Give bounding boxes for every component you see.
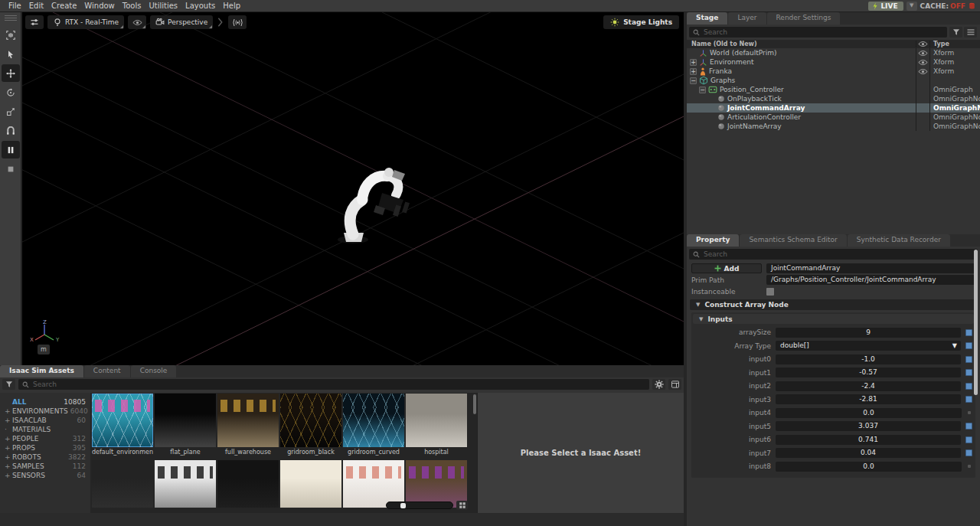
menu-utilities[interactable]: Utilities: [145, 1, 181, 11]
asset-thumb-row2-3[interactable]: [217, 460, 279, 508]
axis-gizmo[interactable]: Z X Y m: [28, 319, 62, 354]
stage-search-input[interactable]: Search: [689, 27, 947, 38]
category-expander[interactable]: +: [5, 453, 10, 461]
property-search-input[interactable]: Search: [689, 249, 978, 260]
stage-row-position-controller[interactable]: −Position_ControllerOmniGraph: [687, 85, 980, 94]
menu-file[interactable]: File: [5, 1, 25, 11]
field-input[interactable]: 9: [776, 328, 961, 338]
live-button[interactable]: LIVE: [868, 2, 903, 11]
renderer-button[interactable]: RTX - Real-Time: [47, 15, 124, 29]
field-input[interactable]: 0.741: [776, 435, 961, 445]
asset-thumb-row2-4[interactable]: [280, 460, 341, 508]
add-property-button[interactable]: Add: [691, 263, 762, 273]
stage-row-onplaybacktick[interactable]: +OnPlaybackTickOmniGraphNode: [687, 94, 980, 103]
category-expander[interactable]: +: [5, 462, 10, 470]
assets-search-input[interactable]: Search: [18, 379, 649, 390]
field-input[interactable]: 0.0: [776, 408, 962, 418]
stage-column-header[interactable]: Name (Old to New) Type: [687, 40, 980, 48]
expander-icon[interactable]: +: [690, 68, 697, 75]
thumbnail-size-slider[interactable]: [386, 501, 453, 509]
attribute-default-badge[interactable]: [968, 465, 971, 468]
stage-row-articulationcontroller[interactable]: +ArticulationControllerOmniGraphNode: [687, 113, 980, 122]
attribute-connected-badge[interactable]: [965, 449, 972, 456]
instanceable-checkbox[interactable]: [766, 288, 774, 296]
viewport-settings-button[interactable]: [25, 15, 44, 29]
expander-icon[interactable]: −: [699, 87, 706, 93]
attribute-connected-badge[interactable]: [965, 396, 972, 403]
menu-window[interactable]: Window: [80, 1, 118, 11]
assets-tab-isaac-sim-assets[interactable]: Isaac Sim Assets: [0, 365, 83, 377]
category-expander[interactable]: +: [5, 407, 10, 415]
category-environments[interactable]: +ENVIRONMENTS6040: [5, 407, 86, 416]
stage-tab-render-settings[interactable]: Render Settings: [767, 12, 841, 25]
category-materials[interactable]: ·MATERIALS: [5, 425, 86, 434]
prim-name-field[interactable]: JointCommandArray: [766, 263, 975, 273]
asset-thumb-full_warehouse[interactable]: full_warehouse: [217, 394, 279, 458]
field-input[interactable]: 0.0: [776, 462, 962, 472]
attribute-connected-badge[interactable]: [965, 383, 972, 390]
toolbar-grip[interactable]: [5, 12, 17, 25]
stage-tab-stage[interactable]: Stage: [687, 12, 727, 25]
move-tool-button[interactable]: [2, 64, 20, 82]
stop-tool-button[interactable]: [2, 160, 20, 178]
property-scrollbar[interactable]: [974, 250, 978, 395]
section-inputs[interactable]: ▼ Inputs: [693, 314, 974, 324]
visibility-button[interactable]: [128, 15, 146, 29]
menu-create[interactable]: Create: [47, 1, 80, 11]
menu-help[interactable]: Help: [219, 1, 244, 11]
column-type[interactable]: Type: [929, 41, 980, 47]
assets-tab-content[interactable]: Content: [84, 365, 130, 377]
scale-tool-button[interactable]: [2, 103, 20, 120]
stage-tab-layer[interactable]: Layer: [728, 12, 766, 25]
field-input[interactable]: 0.04: [776, 448, 961, 458]
assets-layout-button[interactable]: [668, 379, 681, 390]
asset-thumb-row2-2[interactable]: [155, 460, 216, 508]
visibility-toggle[interactable]: [916, 48, 929, 57]
menu-layouts[interactable]: Layouts: [181, 1, 219, 11]
expander-icon[interactable]: +: [690, 59, 697, 66]
assets-filter-button[interactable]: [2, 379, 15, 390]
viewport-3d[interactable]: RTX - Real-Time Perspective Stage Lights…: [22, 12, 684, 365]
category-all[interactable]: ALL10805: [5, 397, 86, 407]
menu-tools[interactable]: Tools: [119, 1, 145, 11]
stage-row-franka[interactable]: +FrankaXform: [687, 67, 980, 76]
property-tab-property[interactable]: Property: [687, 234, 739, 247]
field-input[interactable]: -0.57: [776, 368, 961, 377]
asset-thumb-gridroom_curved[interactable]: gridroom_curved: [343, 394, 404, 458]
property-tab-synthetic-data-recorder[interactable]: Synthetic Data Recorder: [848, 234, 950, 247]
field-input[interactable]: 3.037: [776, 421, 961, 431]
stage-options-button[interactable]: [964, 27, 977, 38]
stage-row-jointcommandarray[interactable]: +JointCommandArrayOmniGraphNode: [687, 103, 980, 113]
stage-row-world-defaultprim-[interactable]: +World (defaultPrim)Xform: [687, 48, 980, 57]
assets-settings-button[interactable]: [652, 379, 665, 390]
grid-view-button[interactable]: [456, 501, 468, 510]
asset-thumb-flat_plane[interactable]: flat_plane: [155, 394, 216, 458]
category-expander[interactable]: +: [5, 444, 10, 452]
attribute-connected-badge[interactable]: [965, 369, 972, 376]
toolbar-expand-icon[interactable]: [217, 17, 224, 28]
dropdown-arrow-icon[interactable]: ▼: [952, 341, 957, 351]
category-expander[interactable]: +: [5, 435, 10, 443]
attribute-connected-badge[interactable]: [965, 356, 972, 363]
attribute-connected-badge[interactable]: [965, 423, 972, 430]
category-isaaclab[interactable]: +ISAACLAB60: [5, 416, 86, 425]
stage-lights-button[interactable]: Stage Lights: [603, 15, 679, 29]
category-robots[interactable]: +ROBOTS3822: [5, 452, 86, 462]
pause-tool-button[interactable]: [2, 141, 20, 158]
field-input[interactable]: -2.81: [776, 394, 961, 404]
category-expander[interactable]: +: [5, 417, 10, 424]
prim-path-field[interactable]: /Graphs/Position_Controller/JointCommand…: [766, 275, 975, 285]
stage-row-jointnamearray[interactable]: +JointNameArrayOmniGraphNode: [687, 122, 980, 131]
category-people[interactable]: +PEOPLE312: [5, 434, 86, 443]
attribute-connected-badge[interactable]: [965, 436, 972, 443]
field-input[interactable]: -2.4: [776, 381, 961, 391]
attribute-connected-badge[interactable]: [965, 329, 972, 336]
menu-edit[interactable]: Edit: [25, 1, 47, 11]
snap-tool-button[interactable]: [2, 122, 20, 139]
asset-thumb-default_environment[interactable]: default_environment: [92, 394, 153, 458]
field-dropdown[interactable]: double[]▼: [776, 341, 961, 351]
assets-tab-console[interactable]: Console: [131, 365, 177, 377]
asset-thumb-row2-1[interactable]: [92, 460, 153, 508]
column-visibility[interactable]: [916, 41, 929, 47]
field-input[interactable]: -1.0: [776, 354, 961, 364]
